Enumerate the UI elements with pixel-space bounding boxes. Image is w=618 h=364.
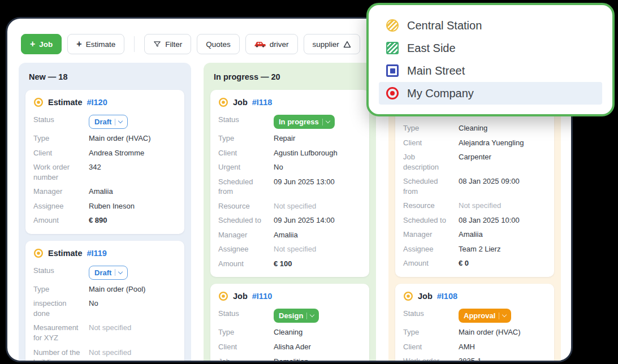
status-row: StatusIn progress: [218, 112, 361, 131]
button-label: Job: [39, 40, 53, 49]
row-label: Scheduled from: [403, 176, 452, 196]
button-label: Quotes: [206, 40, 231, 49]
row-value: Main order (Pool): [89, 284, 145, 294]
row-label: Mesaurement for XYZ: [33, 323, 82, 343]
status-row: StatusApproval: [403, 306, 546, 325]
target-icon: [218, 291, 228, 301]
card-title: Job#I108: [403, 291, 546, 301]
card-row: ClientAMH: [403, 340, 546, 354]
card-row: ClientAgustin Lufborough: [218, 146, 361, 161]
card-id-link[interactable]: #I119: [87, 249, 107, 258]
toolbar: +Job+EstimateFilterQuotesdriversupplier: [21, 34, 360, 54]
card-id-link[interactable]: #I108: [437, 292, 457, 301]
row-label: Assignee: [33, 201, 82, 211]
chevron-down-icon: [502, 313, 507, 317]
card-row: ClientAndrea Stromme: [33, 146, 176, 161]
status-pill-label: Draft: [94, 117, 111, 127]
row-value: 08 Jan 2025 09:00: [459, 176, 520, 187]
row-label: Status: [403, 309, 452, 319]
row-label: Resource: [403, 201, 452, 211]
status-pill[interactable]: Draft: [89, 266, 128, 280]
card-row: ResourceNot specified: [403, 198, 546, 213]
row-label: Status: [33, 266, 82, 276]
column-header: New — 18: [29, 72, 184, 83]
card-row: ManagerAmaliia: [403, 227, 546, 242]
board-column-new: New — 18Estimate#I120StatusDraftTypeMain…: [19, 63, 191, 362]
row-value: Not specified: [274, 244, 316, 254]
row-value: Andrea Stromme: [89, 148, 144, 158]
row-value: Demolition: [274, 357, 308, 362]
company-option-east-side[interactable]: East Side: [379, 37, 602, 59]
estimate-button[interactable]: +Estimate: [67, 34, 124, 54]
row-value: Cleaning: [459, 123, 487, 133]
card-kind: Estimate: [48, 98, 82, 107]
job-button[interactable]: +Job: [21, 34, 62, 54]
card-row: Scheduled from08 Jan 2025 09:00: [403, 174, 546, 198]
company-option-central-station[interactable]: Central Station: [379, 14, 602, 37]
status-pill[interactable]: Approval: [459, 309, 511, 323]
chevron-down-icon: [326, 119, 330, 123]
card-row: Scheduled from09 Jun 2025 13:00: [218, 175, 361, 199]
card-id-link[interactable]: #I120: [87, 98, 107, 107]
row-label: Type: [403, 123, 452, 133]
company-option-label: Main Street: [407, 64, 465, 77]
row-label: Work order number: [403, 356, 452, 362]
plus-icon: +: [30, 40, 35, 49]
job-card[interactable]: Job#I108StatusApprovalTypeMain order (HV…: [395, 284, 554, 362]
card-row: ClientAlejandra Yuengling: [403, 136, 546, 150]
status-pill[interactable]: In progress: [274, 115, 335, 129]
card-row: TypeMain order (HVAC): [403, 325, 546, 340]
column-header: In progress — 20: [214, 72, 369, 83]
target-icon: [33, 248, 44, 258]
board-column-in-progress: In progress — 20Job#I118StatusIn progres…: [204, 63, 376, 362]
card-title: Estimate#I120: [33, 97, 176, 107]
row-value: Alisha Ader: [274, 342, 311, 352]
company-option-label: East Side: [407, 42, 456, 55]
row-label: Scheduled to: [403, 215, 452, 226]
filter-button[interactable]: Filter: [144, 34, 191, 54]
company-option-my-company[interactable]: My Company: [379, 82, 602, 105]
card-row: Scheduled to09 Jun 2025 14:00: [218, 213, 361, 228]
row-value: Cleaning: [274, 327, 302, 337]
row-value: € 890: [89, 215, 107, 226]
row-label: Manager: [218, 230, 267, 240]
pill-separator: [322, 119, 323, 125]
company-dropdown: Central StationEast SideMain StreetMy Co…: [366, 3, 615, 116]
row-label: Job description: [218, 357, 267, 362]
status-pill[interactable]: Design: [274, 309, 319, 323]
row-value: € 0: [459, 258, 469, 268]
card-row: AssigneeNot specified: [218, 242, 361, 257]
button-label: driver: [270, 40, 289, 49]
row-value: Not specified: [459, 201, 501, 211]
row-value: 08 Jan 2025 10:00: [459, 215, 520, 226]
driver-button[interactable]: driver: [245, 34, 298, 54]
chevron-down-icon: [118, 270, 123, 274]
hatched-square-icon: [386, 42, 399, 54]
chevron-down-icon: [118, 119, 123, 123]
card-row: Amount€ 100: [218, 257, 361, 271]
row-label: Assignee: [218, 244, 267, 254]
card-id-link[interactable]: #I110: [252, 292, 273, 301]
company-option-main-street[interactable]: Main Street: [379, 59, 602, 82]
chevron-down-icon: [310, 313, 314, 317]
status-pill[interactable]: Draft: [89, 115, 128, 129]
job-card[interactable]: TypeCleaningClientAlejandra YuenglingJob…: [395, 90, 554, 277]
plus-icon: +: [76, 40, 81, 49]
row-label: Resource: [218, 201, 267, 211]
row-value: Main order (HVAC): [89, 133, 151, 144]
quotes-button[interactable]: Quotes: [197, 34, 240, 54]
status-row: StatusDraft: [33, 112, 176, 131]
card-row: AssigneeRuben Ineson: [33, 199, 176, 214]
job-card[interactable]: Estimate#I119StatusDraftTypeMain order (…: [25, 241, 184, 362]
row-value: Ruben Ineson: [89, 201, 135, 211]
card-id-link[interactable]: #I118: [252, 98, 273, 107]
triangle-icon: [343, 41, 351, 48]
row-value: Repair: [274, 133, 295, 144]
job-card[interactable]: Job#I110StatusDesignTypeCleaningClientAl…: [210, 284, 369, 362]
job-card[interactable]: Job#I118StatusIn progressTypeRepairClien…: [210, 90, 369, 277]
car-icon: [254, 41, 266, 48]
row-label: Client: [403, 138, 452, 148]
job-card[interactable]: Estimate#I120StatusDraftTypeMain order (…: [25, 90, 184, 234]
supplier-button[interactable]: supplier: [304, 34, 360, 54]
row-label: Number of the building: [33, 348, 82, 362]
